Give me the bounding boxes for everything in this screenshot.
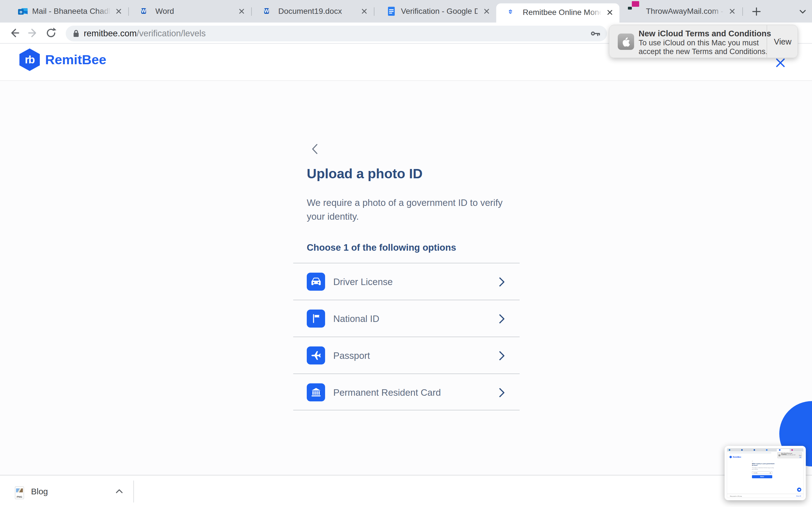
apple-icon [618,34,634,50]
download-file-name: Blog graphics (81).png [31,475,63,507]
url-host: remitbee.com [84,29,137,38]
tab-document19[interactable]: W Document19.docx [252,0,374,22]
png-file-icon: PNG [15,487,24,499]
mini-close-icon [799,456,801,458]
view-button[interactable]: View [767,25,798,58]
tab-search-chevron-icon[interactable] [797,6,808,17]
url-path: /verification/levels [137,29,206,38]
back-chevron-icon[interactable] [311,144,319,155]
chevron-right-icon [499,277,505,287]
option-label: Permanent Resident Card [333,374,441,411]
tab-close-icon[interactable] [115,7,123,15]
downloads-bar: PNG Blog graphics (81).png [0,475,812,507]
option-permanent-resident-card[interactable]: Permanent Resident Card [293,374,520,410]
mini-screenshot: New iCloud Terms and Conditions To use i… [727,448,804,498]
icloud-notification: New iCloud Terms and Conditions To use i… [609,25,798,58]
word-icon: W [141,7,151,16]
outlook-icon: o [18,7,28,16]
notification-body: To use iCloud on this Mac you must accep… [639,39,767,56]
remitbee-logo-icon[interactable]: rb [18,48,42,71]
tab-close-icon[interactable] [728,7,736,15]
tab-separator [742,7,743,16]
notification-title: New iCloud Terms and Conditions [639,29,771,38]
tab-close-icon[interactable] [360,7,368,15]
download-caret-up-icon[interactable] [115,488,123,495]
tab-remitbee-active[interactable]: rb Remitbee Online Money Tra [496,3,619,22]
password-key-icon[interactable] [591,29,600,38]
mini-country-dropdown: Canada [752,471,772,474]
option-label: National ID [333,300,379,337]
throwawaymail-icon [632,7,642,16]
flag-icon [307,309,325,328]
chevron-right-icon [499,351,505,360]
mini-content: < What country is your government ID fro… [752,460,775,478]
option-label: Passport [333,337,370,374]
car-icon [307,273,325,291]
remitbee-icon: rb [509,7,518,16]
page-title: Upload a photo ID [307,166,423,181]
lock-icon[interactable] [73,30,79,38]
tab-title: Verification - Google Docs [401,0,477,22]
reload-button[interactable] [45,26,57,40]
tab-title: Word [155,0,233,22]
forward-button[interactable] [27,26,40,40]
bank-icon [307,383,325,401]
mini-address-bar [729,452,771,453]
tab-strip: o Mail - Bhaneeta Chadha (R W Word W Doc… [0,0,812,22]
new-tab-button[interactable] [751,6,762,17]
option-label: Driver License [333,263,393,300]
plane-icon [307,346,325,364]
options-heading: Choose 1 of the following options [307,242,456,253]
back-button[interactable] [8,26,21,40]
page-description: We require a photo of a government ID to… [307,196,517,223]
screenshot-preview-thumbnail[interactable]: New iCloud Terms and Conditions To use i… [725,446,806,500]
tab-throwawaymail[interactable]: ThrowAwayMail.com - free [619,0,742,22]
downloads-divider [133,481,134,503]
tab-mail[interactable]: o Mail - Bhaneeta Chadha (R [6,0,128,22]
screen: { "browser": { "tabs": [ { "title": "Mai… [0,0,812,507]
tab-close-icon[interactable] [483,7,491,15]
mini-select-button: Select [752,475,772,478]
id-options-list: Driver License National ID [293,263,520,410]
mini-tab-strip [727,448,804,452]
word-icon: W [264,7,274,16]
tab-word[interactable]: W Word [129,0,251,22]
address-bar[interactable]: remitbee.com/verification/levels [66,25,607,41]
tab-title: Document19.docx [278,0,355,22]
mini-remitbee-logo-icon [729,456,732,458]
chevron-right-icon [499,388,505,397]
mini-notification: New iCloud Terms and Conditions To use i… [777,452,802,458]
tab-close-icon[interactable] [238,7,246,15]
option-driver-license[interactable]: Driver License [293,263,520,300]
google-docs-icon [387,7,396,16]
mini-apple-icon [778,454,780,456]
chevron-right-icon [499,314,505,324]
option-passport[interactable]: Passport [293,337,520,374]
tab-close-icon[interactable] [606,8,614,16]
mini-chat-bubble-icon [797,488,801,492]
url-text: remitbee.com/verification/levels [84,25,206,41]
mini-brand: RemitBee [729,456,741,458]
main-content: Upload a photo ID We require a photo of … [0,81,812,475]
option-national-id[interactable]: National ID [293,300,520,337]
close-flow-icon[interactable] [775,58,785,68]
tab-verification-gdocs[interactable]: Verification - Google Docs [374,0,496,22]
mini-downloads-bar: Blog graphics (81).png Show All [727,494,804,498]
brand-name[interactable]: RemitBee [45,44,106,76]
